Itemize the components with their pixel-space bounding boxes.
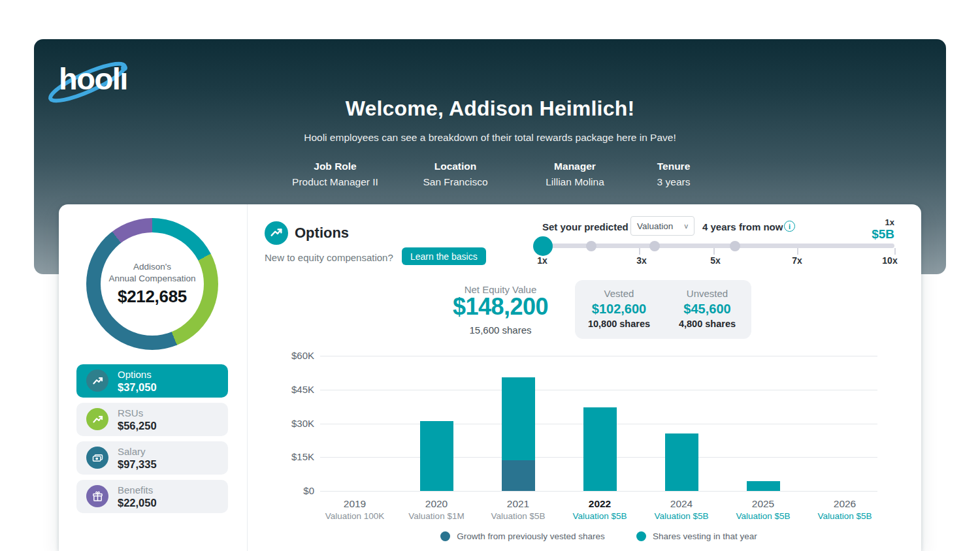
years-from-now-label: 4 years from now	[702, 221, 783, 232]
category-text: Benefits$22,050	[118, 484, 157, 509]
options-panel: Options New to equity compensation? Lear…	[248, 204, 921, 551]
slider-label-7x: 7x	[792, 255, 802, 266]
x-axis-year-label: 2024	[670, 498, 693, 510]
vested-shares: 10,800 shares	[575, 319, 663, 329]
learn-basics-button[interactable]: Learn the basics	[402, 247, 486, 265]
employee-info-value: Product Manager II	[292, 176, 378, 188]
slider-tick-mark	[639, 248, 640, 255]
bar-segment-vesting	[502, 377, 535, 461]
net-equity-value: $148,200	[453, 293, 548, 321]
vested-label: Vested	[575, 288, 663, 299]
gridline	[320, 356, 877, 356]
set-predicted-label: Set your predicted	[542, 221, 629, 232]
valuation-slider-knob[interactable]	[533, 236, 553, 256]
x-axis-year-label: 2020	[425, 498, 448, 510]
hooli-logo: hoolı	[59, 59, 183, 102]
employee-info-item: ManagerLillian Molina	[546, 161, 604, 188]
employee-info-item: LocationSan Francisco	[423, 161, 487, 188]
chart-legend: Growth from previously vested sharesShar…	[320, 531, 877, 541]
employee-info-item: Tenure3 years	[657, 161, 691, 188]
donut-center-line1: Addison's	[133, 261, 171, 273]
options-section-title: Options	[295, 225, 349, 242]
category-item-benefits[interactable]: Benefits$22,050	[76, 480, 228, 513]
x-axis-year-label: 2019	[344, 498, 366, 510]
net-equity-shares: 15,600 shares	[469, 324, 531, 336]
x-axis-valuation-label: Valuation 100K	[325, 511, 385, 521]
x-axis-valuation-label: Valuation $5B	[654, 511, 708, 521]
employee-info-label: Manager	[546, 161, 604, 172]
category-amount: $97,335	[118, 458, 157, 471]
x-axis-valuation-label: Valuation $5B	[491, 511, 545, 521]
slider-label-5x: 5x	[710, 255, 721, 266]
trend-up-icon	[86, 370, 108, 392]
bar-2022[interactable]	[583, 407, 617, 491]
legend-dot-icon	[440, 531, 450, 541]
gridline	[320, 491, 877, 492]
annual-compensation-total: $212,685	[118, 287, 187, 307]
x-axis-year-label: 2021	[507, 498, 529, 510]
employee-info-value: San Francisco	[423, 176, 487, 188]
legend-item: Growth from previously vested shares	[440, 531, 605, 541]
slider-step-dot[interactable]	[730, 241, 740, 251]
category-text: RSUs$56,250	[118, 407, 157, 432]
donut-center-line2: Annual Compensation	[109, 273, 196, 285]
category-item-salary[interactable]: Salary$97,335	[76, 441, 228, 475]
bar-segment-vesting	[420, 421, 453, 491]
category-label: RSUs	[118, 407, 157, 419]
valuation-dropdown[interactable]: Valuation v	[630, 216, 694, 236]
valuation-dropdown-value: Valuation	[637, 221, 685, 231]
bar-2024[interactable]	[665, 433, 698, 491]
vested-unvested-box: Vested $102,600 10,800 shares Unvested $…	[575, 280, 751, 339]
info-icon[interactable]: i	[784, 221, 795, 232]
employee-info-item: Job RoleProduct Manager II	[292, 161, 378, 188]
main-card: Addison's Annual Compensation $212,685 O…	[59, 204, 921, 551]
bar-2020[interactable]	[420, 421, 453, 491]
legend-item: Shares vesting in that year	[636, 531, 757, 541]
logo-text: hoolı	[59, 61, 127, 96]
bar-2021[interactable]	[502, 377, 535, 491]
current-multiple-label: 1x	[885, 217, 894, 227]
category-item-options[interactable]: Options$37,050	[76, 364, 228, 398]
category-label: Benefits	[118, 484, 157, 496]
category-text: Salary$97,335	[118, 446, 157, 471]
category-amount: $22,050	[118, 496, 157, 509]
equity-prompt-text: New to equity compensation?	[265, 252, 393, 263]
category-text: Options$37,050	[118, 369, 157, 394]
employee-info-label: Job Role	[292, 161, 378, 172]
category-label: Salary	[118, 446, 157, 458]
unvested-value: $45,600	[663, 302, 751, 317]
bar-segment-growth	[502, 460, 535, 491]
unvested-column: Unvested $45,600 4,800 shares	[663, 280, 751, 339]
legend-text: Shares vesting in that year	[653, 531, 757, 541]
x-axis-year-label: 2026	[834, 498, 856, 510]
y-axis-tick-label: $60K	[266, 350, 314, 361]
compensation-summary-panel: Addison's Annual Compensation $212,685 O…	[59, 204, 248, 551]
x-axis-valuation-label: Valuation $5B	[817, 511, 872, 521]
category-amount: $56,250	[118, 419, 157, 432]
slider-tick-mark	[713, 248, 715, 255]
welcome-title: Welcome, Addison Heimlich!	[34, 97, 946, 121]
slider-tick-mark	[797, 248, 798, 255]
legend-text: Growth from previously vested shares	[457, 531, 605, 541]
x-axis-valuation-label: Valuation $1M	[408, 511, 464, 521]
slider-tick-mark	[894, 248, 896, 255]
welcome-subtitle: Hooli employees can see a breakdown of t…	[34, 132, 946, 144]
y-axis-tick-label: $15K	[266, 451, 314, 462]
options-section-icon	[265, 221, 288, 245]
category-item-rsus[interactable]: RSUs$56,250	[76, 403, 228, 436]
slider-step-dot[interactable]	[649, 241, 660, 251]
category-amount: $37,050	[118, 381, 157, 394]
current-valuation-label: $5B	[872, 227, 894, 242]
x-axis-year-label: 2025	[752, 498, 774, 510]
slider-label-1x: 1x	[537, 255, 547, 266]
x-axis-valuation-label: Valuation $5B	[572, 511, 627, 521]
employee-info-value: Lillian Molina	[546, 176, 604, 188]
chevron-down-icon: v	[685, 222, 689, 230]
bar-2025[interactable]	[747, 481, 780, 492]
x-axis-valuation-label: Valuation $5B	[736, 511, 790, 521]
y-axis-tick-label: $30K	[266, 418, 314, 429]
bar-segment-vesting	[583, 407, 617, 491]
compensation-donut-chart[interactable]: Addison's Annual Compensation $212,685	[86, 218, 218, 350]
x-axis-year-label: 2022	[589, 498, 611, 510]
slider-step-dot[interactable]	[586, 241, 596, 251]
